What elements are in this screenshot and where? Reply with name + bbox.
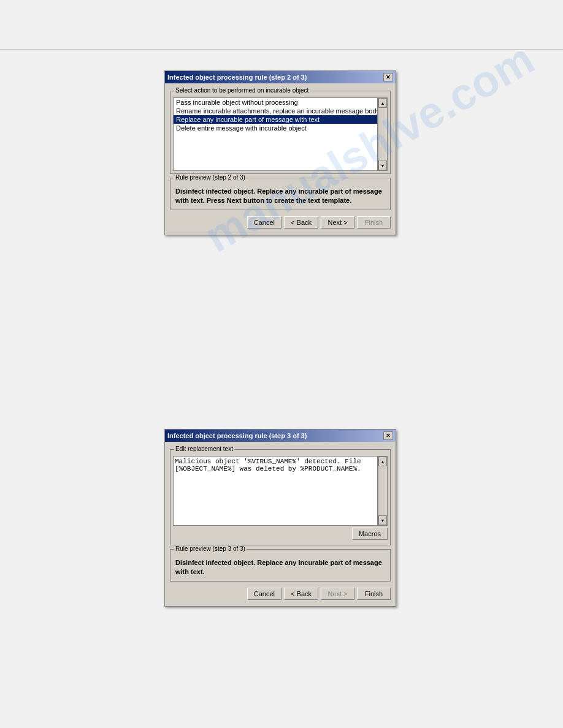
dialog2-textarea-container: ▲ ▼ (173, 456, 388, 526)
dialog1-body: Select action to be performed on incurab… (165, 83, 396, 235)
dialog1-listbox[interactable]: Pass incurable object without processing… (173, 97, 378, 171)
dialog2-rule-preview-box: Rule preview (step 3 of 3) Disinfect inf… (170, 549, 391, 582)
listbox-item-3[interactable]: Delete entire message with incurable obj… (174, 124, 377, 132)
dialog-step2: Infected object processing rule (step 2 … (164, 70, 396, 235)
listbox-item-1[interactable]: Rename incurable attachments, replace an… (174, 107, 377, 115)
macros-row: Macros (173, 528, 388, 540)
dialog1-next-button[interactable]: Next > (321, 216, 354, 229)
dialog2-button-row: Cancel < Back Next > Finish (170, 585, 391, 601)
dialog2-edit-label: Edit replacement text (174, 446, 234, 452)
dialog2-cancel-button[interactable]: Cancel (247, 588, 282, 600)
dialog1-cancel-button[interactable]: Cancel (247, 216, 282, 229)
dialog1-rule-preview-box: Rule preview (step 2 of 3) Disinfect inf… (170, 178, 391, 210)
dialog1-rule-preview-label: Rule preview (step 2 of 3) (174, 174, 247, 181)
dialog2-body: Edit replacement text ▲ ▼ Macros Rule pr… (165, 442, 396, 606)
scroll-down-arrow[interactable]: ▼ (378, 161, 387, 170)
dialog2-scrollbar[interactable]: ▲ ▼ (378, 456, 388, 526)
scroll-track (378, 108, 387, 161)
dialog2-finish-button[interactable]: Finish (357, 588, 391, 600)
dialog2-edit-groupbox: Edit replacement text ▲ ▼ Macros (170, 449, 391, 545)
dialog1-listbox-container: Pass incurable object without processing… (173, 97, 388, 171)
dialog2-textarea[interactable] (173, 456, 378, 526)
listbox-item-2[interactable]: Replace any incurable part of message wi… (174, 115, 377, 124)
dialog1-titlebar: Infected object processing rule (step 2 … (165, 71, 396, 83)
dialog-step3: Infected object processing rule (step 3 … (164, 429, 396, 607)
dialog2-scroll-down[interactable]: ▼ (378, 515, 387, 525)
dialog2-next-button[interactable]: Next > (321, 588, 354, 600)
dialog1-rule-preview-text: Disinfect infected object. Replace any i… (175, 187, 385, 206)
dialog2-title: Infected object processing rule (step 3 … (167, 432, 307, 439)
dialog2-scroll-track (378, 466, 387, 515)
dialog1-back-button[interactable]: < Back (284, 216, 318, 229)
dialog2-back-button[interactable]: < Back (284, 588, 318, 600)
page-container: manualshlve.com Infected object processi… (0, 0, 563, 728)
dialog2-close-button[interactable]: ✕ (383, 431, 393, 440)
scroll-up-arrow[interactable]: ▲ (378, 98, 387, 108)
dialog2-rule-preview-text: Disinfect infected object. Replace any i… (175, 558, 385, 577)
listbox-item-0[interactable]: Pass incurable object without processing (174, 98, 377, 107)
dialog1-finish-button[interactable]: Finish (357, 216, 391, 229)
dialog2-rule-preview-label: Rule preview (step 3 of 3) (174, 545, 247, 552)
dialog1-title: Infected object processing rule (step 2 … (167, 74, 307, 81)
dialog1-select-label: Select action to be performed on incurab… (174, 87, 310, 94)
macros-button[interactable]: Macros (352, 528, 388, 540)
dialog2-titlebar: Infected object processing rule (step 3 … (165, 430, 396, 442)
dialog2-scroll-up[interactable]: ▲ (378, 457, 387, 466)
dialog1-scrollbar[interactable]: ▲ ▼ (378, 97, 388, 171)
dialog1-close-button[interactable]: ✕ (383, 73, 393, 82)
top-divider (0, 49, 563, 50)
dialog1-button-row: Cancel < Back Next > Finish (170, 214, 391, 230)
dialog1-select-groupbox: Select action to be performed on incurab… (170, 91, 391, 174)
